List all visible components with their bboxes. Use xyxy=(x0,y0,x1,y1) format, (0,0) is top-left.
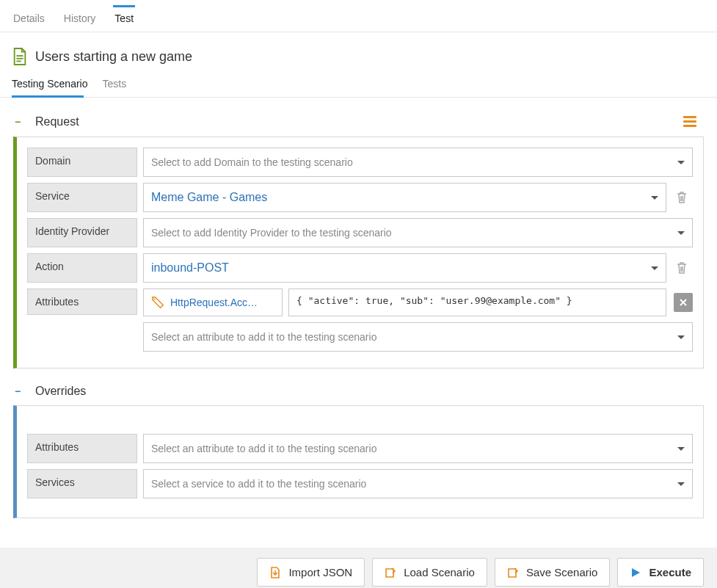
attribute-add-row: Select an attribute to add it to the tes… xyxy=(143,322,693,352)
select-service[interactable]: Meme Game - Games xyxy=(143,183,666,212)
close-icon xyxy=(680,299,687,306)
sub-tabs: Testing Scenario Tests xyxy=(0,73,717,98)
select-domain[interactable]: Select to add Domain to the testing scen… xyxy=(143,148,693,177)
select-override-attribute[interactable]: Select an attribute to add it to the tes… xyxy=(143,434,693,463)
overrides-panel: Attributes Select an attribute to add it… xyxy=(13,405,704,518)
select-idp-placeholder: Select to add Identity Provider to the t… xyxy=(151,227,392,239)
trash-icon xyxy=(676,191,688,204)
load-icon xyxy=(385,567,396,578)
attribute-value-input[interactable] xyxy=(288,288,666,316)
select-domain-placeholder: Select to add Domain to the testing scen… xyxy=(151,156,353,168)
row-service: Service Meme Game - Games xyxy=(27,183,693,212)
request-section-title: Request xyxy=(35,115,683,128)
load-scenario-label: Load Scenario xyxy=(404,566,475,578)
play-icon xyxy=(630,567,641,578)
tab-details[interactable]: Details xyxy=(12,5,46,32)
overrides-section-title: Overrides xyxy=(35,385,696,398)
svg-point-3 xyxy=(153,298,155,300)
tag-icon xyxy=(151,296,164,309)
save-icon xyxy=(507,567,519,578)
select-identity-provider[interactable]: Select to add Identity Provider to the t… xyxy=(143,218,693,247)
chevron-down-icon xyxy=(677,335,685,339)
row-domain: Domain Select to add Domain to the testi… xyxy=(27,148,693,177)
select-action-value: inbound-POST xyxy=(151,261,229,275)
select-add-attribute[interactable]: Select an attribute to add it to the tes… xyxy=(143,322,693,352)
execute-button[interactable]: Execute xyxy=(617,558,704,587)
chevron-down-icon xyxy=(677,231,685,235)
attribute-tag[interactable]: HttpRequest.Acc… xyxy=(143,288,283,316)
sub-tab-tests[interactable]: Tests xyxy=(103,73,127,97)
row-action: Action inbound-POST xyxy=(27,253,693,283)
label-action: Action xyxy=(27,253,137,283)
chevron-down-icon xyxy=(677,447,685,451)
select-override-attribute-placeholder: Select an attribute to add it to the tes… xyxy=(151,443,376,454)
sub-tab-indicator xyxy=(12,95,84,98)
page-title: Users starting a new game xyxy=(35,49,192,65)
select-service-value: Meme Game - Games xyxy=(151,191,267,204)
label-domain: Domain xyxy=(27,148,137,177)
tab-history[interactable]: History xyxy=(62,5,98,32)
tab-test[interactable]: Test xyxy=(113,5,135,32)
import-json-label: Import JSON xyxy=(288,566,352,578)
row-override-attributes: Attributes Select an attribute to add it… xyxy=(27,434,693,463)
request-section-header: − Request xyxy=(0,98,717,137)
select-override-service-placeholder: Select a service to add it to the testin… xyxy=(151,478,366,490)
collapse-toggle-request[interactable]: − xyxy=(13,116,22,128)
collapse-toggle-overrides[interactable]: − xyxy=(13,385,22,397)
import-icon xyxy=(269,567,281,578)
footer-toolbar: Import JSON Load Scenario Save Scenario … xyxy=(0,548,717,588)
select-add-attribute-placeholder: Select an attribute to add it to the tes… xyxy=(151,331,376,343)
select-override-service[interactable]: Select a service to add it to the testin… xyxy=(143,469,693,498)
menu-icon[interactable] xyxy=(683,114,696,129)
chevron-down-icon xyxy=(651,196,658,200)
remove-attribute-button[interactable] xyxy=(674,293,693,312)
document-icon xyxy=(12,47,28,66)
row-attributes: Attributes HttpRequest.Acc… Select an at… xyxy=(27,288,693,352)
chevron-down-icon xyxy=(651,266,658,270)
chevron-down-icon xyxy=(677,161,685,164)
label-service: Service xyxy=(27,183,137,212)
attribute-tag-text: HttpRequest.Acc… xyxy=(170,297,258,308)
label-override-attributes: Attributes xyxy=(27,434,137,463)
attribute-entry: HttpRequest.Acc… xyxy=(143,288,693,316)
overrides-section-header: − Overrides xyxy=(0,369,717,405)
row-override-services: Services Select a service to add it to t… xyxy=(27,469,693,498)
row-identity-provider: Identity Provider Select to add Identity… xyxy=(27,218,693,247)
delete-service-button[interactable] xyxy=(671,183,693,212)
save-scenario-label: Save Scenario xyxy=(526,566,598,578)
sub-tab-testing-scenario[interactable]: Testing Scenario xyxy=(12,73,88,97)
load-scenario-button[interactable]: Load Scenario xyxy=(372,558,487,587)
label-attributes: Attributes xyxy=(27,288,137,315)
label-override-services: Services xyxy=(27,469,137,498)
top-tabs: Details History Test xyxy=(0,0,717,32)
execute-label: Execute xyxy=(649,566,691,578)
request-panel: Domain Select to add Domain to the testi… xyxy=(13,137,704,369)
import-json-button[interactable]: Import JSON xyxy=(257,558,365,587)
delete-action-button[interactable] xyxy=(671,253,693,283)
label-identity-provider: Identity Provider xyxy=(27,218,137,247)
select-action[interactable]: inbound-POST xyxy=(143,253,666,283)
save-scenario-button[interactable]: Save Scenario xyxy=(495,558,611,587)
page-title-row: Users starting a new game xyxy=(0,32,717,73)
chevron-down-icon xyxy=(677,482,685,486)
trash-icon xyxy=(676,261,688,275)
